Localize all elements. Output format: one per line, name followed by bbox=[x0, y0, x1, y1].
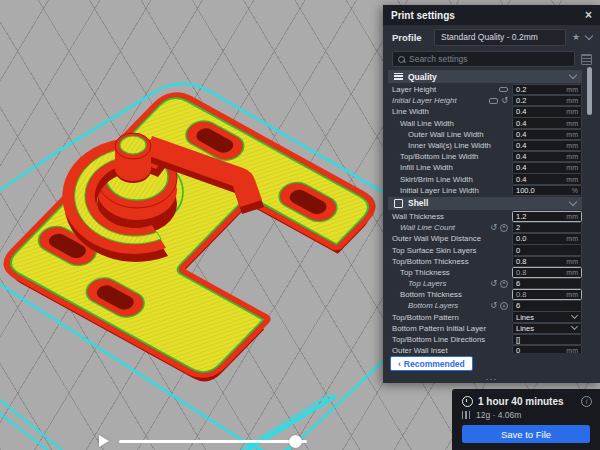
setting-value-skirt-brim-line-width[interactable]: 0.4mm bbox=[512, 173, 582, 184]
setting-row-initial-layer-line-width: Initial Layer Line Width100.0% bbox=[388, 185, 582, 196]
setting-row-wall-thickness: Wall Thickness1.2mm bbox=[388, 211, 582, 222]
revert-icon[interactable]: ↺ bbox=[490, 302, 497, 310]
setting-label: Wall Thickness bbox=[388, 212, 512, 221]
setting-value-text: 0 bbox=[516, 246, 578, 255]
filter-icon[interactable] bbox=[581, 54, 592, 65]
play-button[interactable] bbox=[99, 435, 109, 447]
setting-value-top-bottom-line-width[interactable]: 0.4mm bbox=[512, 151, 582, 162]
setting-value-initial-layer-line-width[interactable]: 100.0% bbox=[512, 185, 582, 196]
setting-row-initial-layer-height: Initial Layer Height↺0.2mm bbox=[388, 95, 582, 106]
setting-value-bottom-layers[interactable]: 6 bbox=[512, 300, 582, 311]
setting-value-text: 0.4 bbox=[516, 107, 564, 116]
setting-unit: mm bbox=[566, 120, 578, 127]
setting-value-top-bottom-line-directions[interactable]: [] bbox=[512, 334, 582, 345]
profile-select[interactable]: Standard Quality - 0.2mm bbox=[434, 29, 566, 46]
setting-value-outer-wall-wipe-distance[interactable]: 0.0mm bbox=[512, 233, 582, 244]
setting-label: Wall Line Count bbox=[388, 223, 490, 232]
setting-row-outer-wall-wipe-distance: Outer Wall Wipe Distance0.0mm bbox=[388, 233, 582, 244]
setting-value-infill-line-width[interactable]: 0.4mm bbox=[512, 162, 582, 173]
setting-value-line-width[interactable]: 0.4mm bbox=[512, 106, 582, 117]
setting-label: Outer Wall Line Width bbox=[388, 130, 512, 139]
setting-value-text: 0.8 bbox=[516, 268, 564, 277]
setting-value-layer-height[interactable]: 0.2mm bbox=[512, 84, 582, 95]
setting-value-outer-wall-line-width[interactable]: 0.4mm bbox=[512, 129, 582, 140]
recommended-button[interactable]: ‹ Recommended bbox=[390, 356, 473, 371]
info-icon[interactable]: i bbox=[581, 396, 592, 407]
setting-value-text: 0.2 bbox=[516, 96, 564, 105]
search-row bbox=[383, 49, 600, 69]
material-usage-row: 12g · 4.06m bbox=[452, 407, 600, 420]
setting-value-wall-line-width[interactable]: 0.4mm bbox=[512, 117, 582, 128]
setting-value-wall-line-count[interactable]: 2 bbox=[512, 222, 582, 233]
link-icon bbox=[499, 87, 508, 93]
setting-unit: mm bbox=[566, 142, 578, 149]
setting-label: Top/Bottom Line Width bbox=[388, 152, 512, 161]
layer-slider-handle[interactable] bbox=[289, 435, 302, 448]
setting-unit: mm bbox=[566, 153, 578, 160]
star-icon[interactable]: ★ bbox=[572, 32, 580, 42]
travel-line bbox=[0, 410, 48, 450]
setting-row-wall-line-count: Wall Line Count↺2 bbox=[388, 222, 582, 233]
save-to-file-button[interactable]: Save to File bbox=[462, 425, 590, 443]
chevron-down-icon[interactable] bbox=[585, 31, 593, 39]
setting-value-text: 1.2 bbox=[516, 212, 564, 221]
travel-line bbox=[0, 396, 62, 450]
setting-value-text: 0 bbox=[516, 346, 564, 353]
setting-select-top-bottom-pattern[interactable]: Lines bbox=[512, 311, 582, 322]
scrollbar-thumb[interactable] bbox=[587, 67, 592, 115]
search-input[interactable] bbox=[409, 54, 569, 64]
link-icon bbox=[489, 98, 498, 104]
setting-label: Layer Height bbox=[388, 85, 499, 94]
setting-value-text: [] bbox=[516, 335, 578, 344]
section-header-shell[interactable]: Shell bbox=[388, 197, 582, 210]
setting-value-text: Lines bbox=[516, 313, 570, 322]
model-plate bbox=[0, 93, 382, 387]
section-header-quality[interactable]: Quality bbox=[388, 70, 582, 83]
setting-row-outer-wall-line-width: Outer Wall Line Width0.4mm bbox=[388, 129, 582, 140]
filament-icon bbox=[462, 411, 471, 419]
setting-row-infill-line-width: Infill Line Width0.4mm bbox=[388, 162, 582, 173]
setting-value-text: 100.0 bbox=[516, 186, 570, 195]
recommended-label: Recommended bbox=[404, 359, 465, 369]
setting-unit: mm bbox=[566, 108, 578, 115]
setting-value-inner-wall-s-line-width[interactable]: 0.4mm bbox=[512, 140, 582, 151]
panel-resize-handle[interactable]: ··· bbox=[383, 375, 600, 383]
setting-unit: mm bbox=[566, 213, 578, 220]
setting-value-top-layers[interactable]: 6 bbox=[512, 278, 582, 289]
revert-icon[interactable]: ↺ bbox=[490, 280, 497, 288]
setting-row-inner-wall-s-line-width: Inner Wall(s) Line Width0.4mm bbox=[388, 140, 582, 151]
back-chevron-icon: ‹ bbox=[398, 359, 401, 369]
revert-icon[interactable]: ↺ bbox=[490, 224, 497, 232]
close-icon[interactable]: × bbox=[585, 9, 592, 21]
setting-value-text: 0.4 bbox=[516, 119, 564, 128]
setting-value-top-thickness[interactable]: 0.8mm bbox=[512, 267, 582, 278]
setting-value-text: 6 bbox=[516, 279, 578, 288]
setting-value-top-surface-skin-layers[interactable]: 0 bbox=[512, 244, 582, 255]
print-time: 1 hour 40 minutes bbox=[478, 396, 576, 407]
setting-value-text: 0.4 bbox=[516, 175, 564, 184]
search-box[interactable] bbox=[392, 51, 575, 67]
setting-value-bottom-thickness[interactable]: 0.8mm bbox=[512, 289, 582, 300]
settings-list: QualityLayer Height0.2mmInitial Layer He… bbox=[383, 69, 600, 353]
revert-icon[interactable]: ↺ bbox=[501, 97, 508, 105]
setting-value-text: 0.8 bbox=[516, 290, 564, 299]
setting-label: Inner Wall(s) Line Width bbox=[388, 141, 512, 150]
setting-unit: mm bbox=[566, 131, 578, 138]
setting-label: Top/Bottom Pattern bbox=[388, 313, 512, 322]
setting-value-initial-layer-height[interactable]: 0.2mm bbox=[512, 95, 582, 106]
setting-row-layer-height: Layer Height0.2mm bbox=[388, 84, 582, 95]
setting-row-wall-line-width: Wall Line Width0.4mm bbox=[388, 118, 582, 129]
setting-value-text: 0.0 bbox=[516, 234, 564, 243]
chevron-down-icon bbox=[571, 323, 578, 330]
setting-unit: mm bbox=[566, 97, 578, 104]
panel-titlebar: Print settings × bbox=[383, 5, 600, 25]
setting-select-bottom-pattern-initial-layer[interactable]: Lines bbox=[512, 323, 582, 334]
print-settings-panel: Print settings × Profile Standard Qualit… bbox=[383, 5, 600, 383]
layer-slider-track[interactable] bbox=[119, 440, 307, 443]
setting-value-top-bottom-thickness[interactable]: 0.8mm bbox=[512, 256, 582, 267]
setting-value-outer-wall-inset[interactable]: 0mm bbox=[512, 345, 582, 353]
setting-value-wall-thickness[interactable]: 1.2mm bbox=[512, 211, 582, 222]
setting-label: Bottom Layers bbox=[388, 301, 490, 310]
setting-label: Top Thickness bbox=[388, 268, 512, 277]
setting-row-top-bottom-thickness: Top/Bottom Thickness0.8mm bbox=[388, 256, 582, 267]
